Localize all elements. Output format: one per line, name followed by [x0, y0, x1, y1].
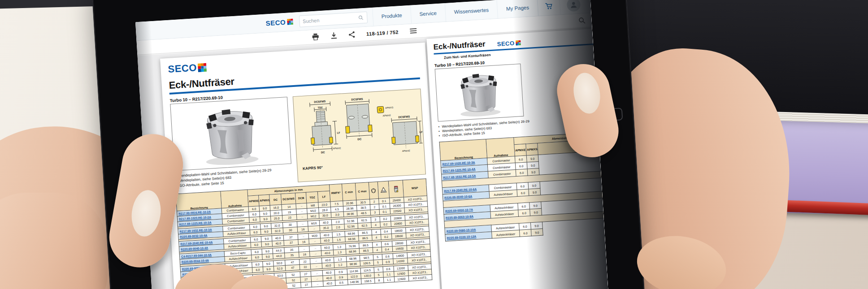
svg-text:DCSFMS: DCSFMS	[398, 115, 410, 119]
drawing-caption: KAPRS 90°	[303, 165, 323, 171]
nav-item-produkte[interactable]: Produkte	[372, 5, 411, 26]
search-box	[299, 11, 367, 27]
table-cell: 27	[301, 282, 312, 288]
col-header-aufnahme: Aufnahme	[486, 138, 515, 158]
table-cell: 6.0	[518, 203, 530, 210]
rpm-icon	[393, 185, 399, 193]
catalog-page-left: SECO Eck-/Nutfräser Turbo 10 – R217/220.…	[160, 43, 443, 289]
z-count-icon	[371, 188, 377, 194]
page-indicator: 118-119 / 752	[366, 29, 399, 36]
table-cell: 12600	[394, 276, 409, 282]
table-cell: 148.96	[347, 279, 361, 285]
toolbar-search-button[interactable]	[578, 17, 586, 26]
col-header-bezeichnung: Bezeichnung	[439, 139, 487, 161]
share-button[interactable]	[348, 31, 355, 38]
seco-logo-mark	[516, 40, 521, 46]
nav-item-my-pages[interactable]: My Pages	[497, 0, 538, 18]
download-button[interactable]	[330, 32, 337, 39]
svg-text:LF: LF	[337, 131, 341, 134]
download-icon	[330, 32, 337, 39]
col-header-cmax: C max	[355, 182, 369, 200]
kg-icon: KG	[380, 187, 387, 193]
svg-text:DC: DC	[321, 151, 326, 154]
technical-drawing: DCSFMS TDZ L	[293, 89, 425, 182]
milling-cutter-photo	[449, 66, 510, 120]
svg-text:APMXE: APMXE	[402, 149, 411, 152]
col-header-rpm	[388, 180, 404, 198]
col-header-weight: KG	[378, 181, 389, 198]
col-header-apmxe: APMXE	[248, 195, 259, 207]
nav-item-label: My Pages	[506, 4, 529, 11]
col-header-bezeichnung: Bezeichnung	[176, 191, 221, 211]
print-button[interactable]	[312, 33, 319, 40]
cart-icon	[545, 2, 553, 10]
nav-item-service[interactable]: Service	[410, 3, 446, 24]
table-cell: 6.0	[519, 229, 531, 237]
share-icon	[348, 31, 355, 38]
table-cell: 9.0	[530, 222, 542, 230]
table-cell: 6.0	[516, 182, 529, 190]
table-cell: 9.0	[526, 155, 538, 163]
col-header-z-count	[369, 181, 378, 199]
seco-logo: SECO	[497, 39, 521, 47]
nav-item-label: Service	[419, 10, 437, 17]
account-button[interactable]	[560, 0, 588, 14]
search-input[interactable]	[303, 15, 359, 24]
table-cell: 6.0	[517, 189, 529, 197]
col-header-dc: DC	[269, 194, 282, 206]
svg-text:LF: LF	[419, 130, 423, 133]
col-header-apmxs: APMXS	[259, 194, 270, 206]
table-cell: –	[312, 281, 324, 287]
nav-item-label: Produkte	[381, 12, 402, 19]
info-bullet-list: Wendeplatten-Wahl und Schnittdaten, sieh…	[438, 119, 533, 138]
table-cell: 1.1	[383, 277, 395, 283]
svg-text:APMXS: APMXS	[385, 106, 394, 109]
table-cell: 8	[374, 277, 384, 283]
col-header-rmpx: RMPX°	[329, 184, 343, 202]
milling-cutter-photo	[191, 99, 271, 169]
col-header-apmxe: APMXE	[514, 144, 527, 156]
user-avatar-icon	[567, 0, 581, 12]
photo-scene: SECO Produkte Service Wissenswertes My P…	[0, 0, 868, 289]
menu-button[interactable]	[410, 28, 417, 34]
table-cell: 52	[286, 282, 301, 289]
search-icon	[578, 17, 586, 24]
seco-logo-mark	[287, 19, 293, 25]
menu-icon	[410, 28, 417, 34]
table-cell: 6.0	[515, 162, 527, 170]
table-cell: 9.0	[531, 229, 543, 237]
product-photo-box	[435, 64, 524, 122]
svg-text:TDZ: TDZ	[317, 106, 323, 109]
info-bullet-list: Wendeplatten-Wahl und Schnittdaten, sieh…	[174, 168, 285, 189]
nav-item-wissenswertes[interactable]: Wissenswertes	[445, 0, 498, 22]
table-cell: 9.0	[529, 202, 542, 210]
magnifier-icon	[358, 15, 364, 21]
table-cell: 6.0	[516, 169, 528, 177]
col-header-wsp: WSP	[403, 179, 427, 197]
cart-button[interactable]	[538, 0, 560, 16]
table-cell: XO X10T3..	[408, 274, 432, 281]
technical-drawing-box: DCSFMS TDZ L	[293, 89, 426, 182]
table-cell: 9.0	[528, 182, 540, 190]
col-header-apmxs: APMXS	[526, 143, 538, 156]
seco-logo-text: SECO	[265, 18, 286, 27]
col-header-aufnahme: Aufnahme	[221, 190, 248, 208]
seco-logo-text: SECO	[168, 62, 197, 75]
seco-logo-text: SECO	[497, 40, 515, 47]
table-cell: 9.0	[527, 162, 539, 169]
col-header-dcsfms: DCSFMS	[281, 193, 296, 205]
print-icon	[312, 33, 319, 40]
col-header-cmin: C min	[342, 183, 356, 201]
table-cell: 158.5	[361, 278, 375, 284]
document-viewer[interactable]: SECO Eck-/Nutfräser Turbo 10 – R217/220.…	[138, 28, 609, 289]
col-header-dcb: DCB	[295, 192, 307, 203]
seco-logo[interactable]: SECO	[265, 13, 293, 33]
table-cell: 9.0	[529, 189, 541, 196]
tablet-screen: SECO Produkte Service Wissenswertes My P…	[135, 0, 608, 289]
table-cell: 40.0	[323, 280, 335, 287]
nav-item-label: Wissenswertes	[454, 7, 489, 15]
table-cell: 0.5	[335, 280, 348, 286]
table-cell: Aufsteckfräser	[492, 230, 520, 239]
table-cell: 6.0	[518, 209, 530, 217]
table-cell: 9.0	[527, 168, 539, 176]
